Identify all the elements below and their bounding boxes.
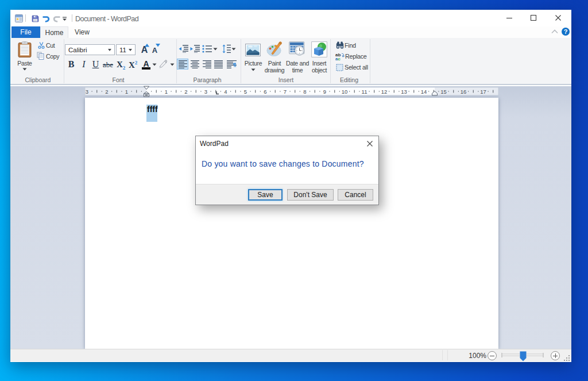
svg-text:3: 3	[204, 88, 207, 95]
svg-text:8: 8	[303, 88, 306, 95]
svg-text:2: 2	[105, 88, 108, 95]
svg-text:2: 2	[184, 88, 187, 95]
svg-text:13: 13	[401, 88, 407, 95]
svg-text:17: 17	[480, 88, 486, 95]
svg-text:11: 11	[362, 88, 368, 95]
svg-text:15: 15	[440, 88, 447, 95]
svg-text:9: 9	[323, 88, 326, 95]
svg-text:7: 7	[284, 88, 287, 95]
svg-text:6: 6	[264, 88, 266, 95]
svg-text:10: 10	[342, 88, 348, 95]
svg-text:3: 3	[86, 88, 88, 95]
svg-text:1: 1	[165, 88, 168, 95]
svg-text:4: 4	[224, 88, 227, 95]
svg-text:c: c	[338, 56, 341, 60]
svg-text:16: 16	[461, 88, 467, 95]
svg-text:1: 1	[125, 88, 128, 95]
svg-text:14: 14	[421, 88, 427, 95]
svg-text:5: 5	[244, 88, 247, 95]
svg-text:12: 12	[381, 88, 388, 95]
